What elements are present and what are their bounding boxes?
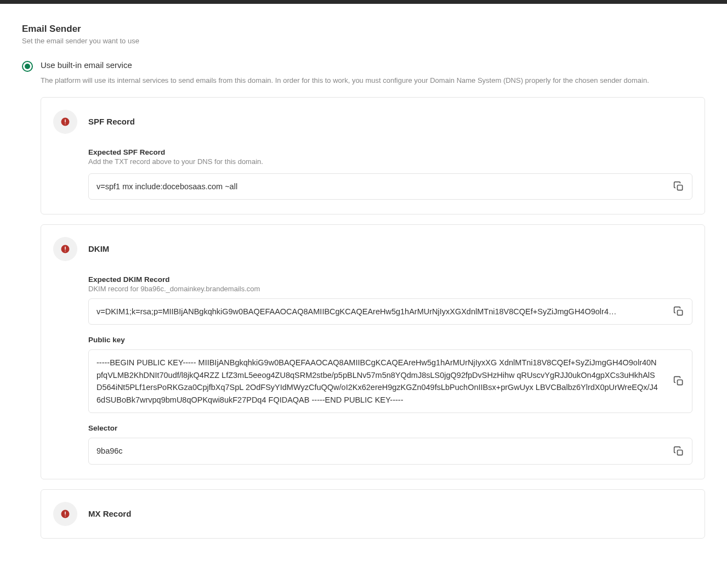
- dkim-publickey-row: -----BEGIN PUBLIC KEY----- MIIBIjANBgkqh…: [88, 349, 692, 413]
- radio-builtin-label[interactable]: Use built-in email service: [41, 60, 132, 70]
- svg-rect-2: [65, 123, 66, 125]
- svg-rect-6: [65, 251, 66, 252]
- dkim-publickey-label: Public key: [88, 336, 692, 344]
- dkim-selector-value: 9ba96c: [89, 438, 666, 463]
- mx-record-card: MX Record: [41, 489, 705, 539]
- copy-icon: [673, 181, 684, 192]
- svg-rect-12: [65, 516, 66, 517]
- page-title: Email Sender: [22, 24, 705, 35]
- dkim-value-row: v=DKIM1;k=rsa;p=MIIBIjANBgkqhkiG9w0BAQEF…: [88, 298, 692, 325]
- dkim-value: v=DKIM1;k=rsa;p=MIIBIjANBgkqhkiG9w0BAQEF…: [89, 299, 666, 324]
- dkim-expected-label: Expected DKIM Record: [88, 275, 692, 284]
- svg-rect-8: [678, 380, 683, 385]
- mx-title: MX Record: [88, 509, 131, 518]
- copy-spf-button[interactable]: [666, 174, 692, 199]
- spf-expected-label: Expected SPF Record: [88, 148, 692, 156]
- copy-icon: [673, 306, 684, 317]
- spf-value-row: v=spf1 mx include:docebosaas.com ~all: [88, 173, 692, 200]
- alert-icon: [53, 502, 77, 526]
- dkim-selector-label: Selector: [88, 424, 692, 432]
- copy-dkim-button[interactable]: [666, 299, 692, 324]
- copy-publickey-button[interactable]: [666, 350, 692, 412]
- spf-expected-hint: Add the TXT record above to your DNS for…: [88, 157, 692, 166]
- dkim-selector-row: 9ba96c: [88, 438, 692, 464]
- svg-rect-11: [65, 511, 66, 514]
- email-sender-settings: Email Sender Set the email sender you wa…: [0, 4, 727, 561]
- dkim-title: DKIM: [88, 244, 109, 253]
- spf-record-card: SPF Record Expected SPF Record Add the T…: [41, 97, 705, 214]
- svg-rect-1: [65, 119, 66, 122]
- radio-selected-dot: [25, 64, 30, 69]
- spf-value: v=spf1 mx include:docebosaas.com ~all: [89, 174, 666, 199]
- svg-rect-3: [678, 185, 683, 190]
- alert-icon: [53, 237, 77, 261]
- radio-builtin-description: The platform will use its internal servi…: [41, 75, 705, 86]
- svg-rect-9: [678, 450, 683, 455]
- spf-title: SPF Record: [88, 117, 135, 126]
- svg-rect-5: [65, 246, 66, 250]
- dkim-publickey-value: -----BEGIN PUBLIC KEY----- MIIBIjANBgkqh…: [89, 350, 666, 412]
- copy-icon: [673, 376, 684, 387]
- dkim-expected-hint: DKIM record for 9ba96c._domainkey.brande…: [88, 285, 692, 293]
- copy-icon: [673, 446, 684, 457]
- dkim-record-card: DKIM Expected DKIM Record DKIM record fo…: [41, 224, 705, 479]
- alert-icon: [53, 110, 77, 134]
- page-subtitle: Set the email sender you want to use: [22, 37, 705, 45]
- copy-selector-button[interactable]: [666, 438, 692, 463]
- svg-rect-7: [678, 310, 683, 315]
- radio-builtin-email[interactable]: [22, 61, 33, 72]
